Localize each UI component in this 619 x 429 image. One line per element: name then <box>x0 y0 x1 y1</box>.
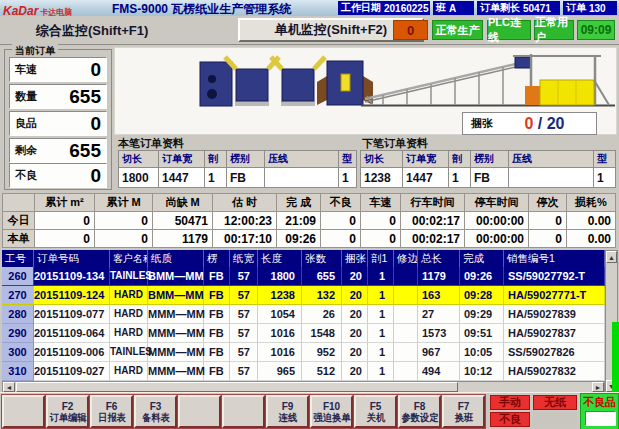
stats-value: 00:00:00 <box>465 212 529 230</box>
fkey-f10-force-change-button[interactable]: F10强迫换单 <box>310 395 353 428</box>
order-table-row[interactable]: 30020151109-006TAINLESMMM—MMFB5710169522… <box>2 343 605 362</box>
col-header: 楞别 <box>227 151 265 168</box>
order-cell-flute: FB <box>204 286 230 305</box>
fkey-label: 连线 <box>278 412 296 423</box>
order-cell-cut: 1 <box>368 305 394 324</box>
order-cell-order: 20151109-006 <box>34 343 110 362</box>
fkey-empty-button-1[interactable] <box>2 395 45 428</box>
stats-value: 0 <box>321 212 361 230</box>
order-cell-length: 1016 <box>258 324 302 343</box>
order-table-row[interactable]: 28020151109-077HARDMMM—MMFB5710542620127… <box>2 305 605 324</box>
order-cell-no: 300 <box>2 343 34 362</box>
order-table-row[interactable]: 26020151109-134TAINLESBMM—MMFB5718006552… <box>2 267 605 286</box>
fkey-f5-shutdown-button[interactable]: F5关机 <box>354 395 397 428</box>
order-cell-length: 1016 <box>258 343 302 362</box>
stats-value: 0.00 <box>567 212 616 230</box>
cell-type: 1 <box>339 168 357 188</box>
fkey-key: F9 <box>282 401 294 412</box>
order-cell-done: 09:26 <box>460 267 504 286</box>
order-cell-trim <box>394 343 418 362</box>
status-production-badge: 正常生产 <box>432 20 483 40</box>
scroll-right-icon[interactable]: ► <box>592 382 604 392</box>
order-cell-done: 10:05 <box>460 343 504 362</box>
tab-overview-monitor[interactable]: 综合监控(Shift+F1) <box>36 22 148 40</box>
stats-value: 0 <box>529 230 567 248</box>
order-cell-total: 1179 <box>418 267 460 286</box>
cell-flute: FB <box>227 168 265 188</box>
stats-corner-cell <box>3 194 35 212</box>
metric-value: 0 <box>37 59 106 81</box>
col-header: 订单宽 <box>159 151 205 168</box>
col-header: 楞别 <box>471 151 509 168</box>
order-cell-sales: HA/59027832 <box>504 362 605 381</box>
order-cell-total: 967 <box>418 343 460 362</box>
col-header-width: 纸宽 <box>230 250 258 267</box>
machine-icon <box>200 62 232 106</box>
order-cell-sales: HA/59027839 <box>504 305 605 324</box>
fkey-label: 订单编辑 <box>49 412 86 423</box>
defect-product-box: 不良品 <box>580 393 619 429</box>
scroll-up-icon[interactable]: ▲ <box>606 251 617 263</box>
order-cell-flute: FB <box>204 305 230 324</box>
order-cell-sheets: 952 <box>302 343 342 362</box>
bundle-current: 0 <box>524 115 533 132</box>
scroll-left-icon[interactable]: ◄ <box>3 382 15 392</box>
metric-label: 良品 <box>10 116 37 131</box>
stats-header: 行车时间 <box>401 194 465 212</box>
metric-speed: 车速 0 <box>9 57 107 82</box>
stats-value: 0 <box>95 212 153 230</box>
order-cell-customer: HARD <box>110 305 148 324</box>
alarm-counter: 0 <box>393 20 428 40</box>
fkey-empty-button-3[interactable] <box>222 395 265 428</box>
order-cell-total: 1573 <box>418 324 460 343</box>
order-cell-done: 10:12 <box>460 362 504 381</box>
production-line-diagram-graphic <box>115 48 616 112</box>
fkey-f9-connect-button[interactable]: F9连线 <box>266 395 309 428</box>
cell-order-width: 1447 <box>403 168 449 188</box>
col-header-length: 长度 <box>258 250 302 267</box>
order-table-row[interactable]: 31020151109-027HARDMMM—MMFB5796551220149… <box>2 362 605 381</box>
col-header-flute: 楞 <box>204 250 230 267</box>
order-cell-total: 494 <box>418 362 460 381</box>
col-header-total: 总长 <box>418 250 460 267</box>
order-cell-no: 310 <box>2 362 34 381</box>
status-no-paper-badge: 无纸 <box>533 395 577 410</box>
order-cell-total: 163 <box>418 286 460 305</box>
metric-value: 655 <box>37 86 106 108</box>
col-header: 型 <box>594 151 616 168</box>
order-cell-sales: HA/59027837 <box>504 324 605 343</box>
fkey-f6-daily-report-button[interactable]: F6日报表 <box>90 395 133 428</box>
order-table-header-row: 工号 订单号码 客户名称 纸质 楞 纸宽 长度 张数 捆张 剖1 修边 总长 完… <box>2 250 605 267</box>
order-cell-order: 20151109-077 <box>34 305 110 324</box>
stats-value: 0 <box>95 230 153 248</box>
function-key-bar: F2订单编辑 F6日报表 F3备料表 F9连线 F10强迫换单 F5关机 F8参… <box>0 392 619 429</box>
stats-header: 完 成 <box>277 194 321 212</box>
fkey-f7-shift-change-button[interactable]: F7换班 <box>442 395 485 428</box>
order-cell-width: 57 <box>230 305 258 324</box>
metric-label: 车速 <box>10 62 37 77</box>
order-cell-width: 57 <box>230 267 258 286</box>
fkey-label: 日报表 <box>98 412 126 423</box>
workdate-label: 工作日期 <box>341 1 381 15</box>
order-cell-length: 1054 <box>258 305 302 324</box>
fkey-f3-material-list-button[interactable]: F3备料表 <box>134 395 177 428</box>
status-placeholder <box>533 412 577 427</box>
order-cell-order: 20151109-134 <box>34 267 110 286</box>
col-header-no: 工号 <box>2 250 34 267</box>
fkey-f8-parameter-settings-button[interactable]: F8参数设定 <box>398 395 441 428</box>
col-header: 压线 <box>509 151 594 168</box>
stats-value: 0 <box>361 230 401 248</box>
fkey-label: 关机 <box>366 412 384 423</box>
order-cell-customer: HARD <box>110 324 148 343</box>
fkey-empty-button-2[interactable] <box>178 395 221 428</box>
order-table-row[interactable]: 27020151109-124HARDBMM—MMFB5712381322011… <box>2 286 605 305</box>
order-cell-width: 57 <box>230 343 258 362</box>
col-header-done: 完成 <box>460 250 504 267</box>
order-table-row[interactable]: 29020151109-064HARDMMM—MMFB5710161548201… <box>2 324 605 343</box>
defect-product-input[interactable] <box>585 411 616 426</box>
fkey-label: 换班 <box>454 412 472 423</box>
fkey-f2-order-edit-button[interactable]: F2订单编辑 <box>46 395 89 428</box>
shift-label: 班 <box>436 1 446 15</box>
scrollbar-thumb[interactable] <box>16 382 458 392</box>
stats-value: 0 <box>35 230 95 248</box>
